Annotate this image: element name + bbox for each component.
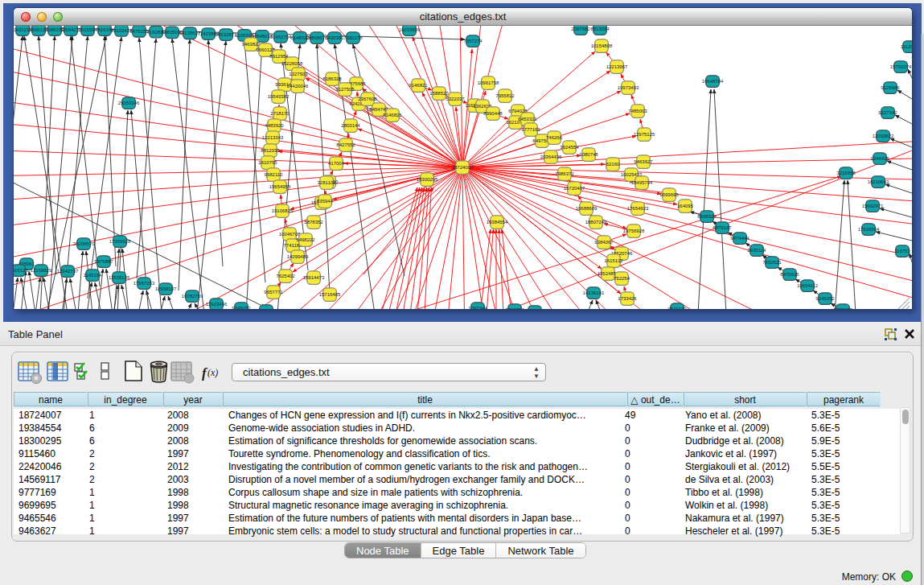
svg-text:1615132: 1615132 <box>604 258 623 263</box>
svg-text:24420046: 24420046 <box>287 84 309 89</box>
svg-text:7632621: 7632621 <box>762 260 782 265</box>
svg-text:1145194: 1145194 <box>84 273 103 278</box>
svg-text:9474444: 9474444 <box>730 236 749 241</box>
svg-text:6453321: 6453321 <box>518 117 537 122</box>
svg-text:7986372: 7986372 <box>555 171 574 176</box>
svg-text:8186328: 8186328 <box>322 76 342 81</box>
svg-text:9129966: 9129966 <box>881 85 900 90</box>
svg-text:5878352: 5878352 <box>304 220 323 225</box>
svg-text:9982110: 9982110 <box>265 172 284 177</box>
svg-text:9699695: 9699695 <box>659 192 679 197</box>
svg-text:19106825: 19106825 <box>272 208 294 213</box>
svg-text:10654112: 10654112 <box>797 283 819 288</box>
svg-text:16914473: 16914473 <box>303 275 325 280</box>
svg-text:9384067: 9384067 <box>594 240 614 245</box>
svg-text:2087682: 2087682 <box>571 27 590 31</box>
svg-text:10961758: 10961758 <box>478 80 499 85</box>
svg-text:8990448: 8990448 <box>483 111 503 116</box>
svg-text:1092344: 1092344 <box>468 306 487 309</box>
svg-text:7182278: 7182278 <box>343 35 363 40</box>
svg-text:17957253: 17957253 <box>133 281 155 286</box>
svg-text:3281100: 3281100 <box>318 180 337 185</box>
svg-text:17654923: 17654923 <box>627 206 649 211</box>
svg-text:3215958: 3215958 <box>836 171 856 175</box>
svg-text:9146821: 9146821 <box>409 83 428 88</box>
svg-text:8470626: 8470626 <box>780 272 799 277</box>
svg-text:15720407: 15720407 <box>564 186 585 191</box>
svg-text:10688609: 10688609 <box>576 206 598 211</box>
svg-text:10543382: 10543382 <box>268 94 290 99</box>
svg-text:9227342: 9227342 <box>878 110 897 115</box>
svg-text:1080748: 1080748 <box>579 152 598 157</box>
svg-text:18807249: 18807249 <box>585 220 607 225</box>
svg-text:18495794: 18495794 <box>631 180 653 185</box>
svg-text:18300295: 18300295 <box>417 177 438 182</box>
svg-text:2803144: 2803144 <box>341 123 360 128</box>
svg-text:9146821: 9146821 <box>383 113 402 117</box>
svg-text:1044310: 1044310 <box>257 308 276 309</box>
svg-text:29053346: 29053346 <box>118 101 140 105</box>
svg-text:14136141: 14136141 <box>583 290 605 295</box>
svg-text:18724007: 18724007 <box>452 165 474 170</box>
svg-text:9777169: 9777169 <box>521 127 540 132</box>
svg-text:10154808: 10154808 <box>591 43 613 48</box>
svg-text:535944: 535944 <box>317 199 334 204</box>
svg-text:752254: 752254 <box>614 276 630 281</box>
svg-text:20206570: 20206570 <box>73 241 95 246</box>
svg-text:2367608: 2367608 <box>358 97 377 101</box>
svg-text:6879197: 6879197 <box>713 225 732 230</box>
svg-text:1244415: 1244415 <box>870 156 889 161</box>
svg-text:17359928: 17359928 <box>109 239 131 244</box>
svg-text:7955812: 7955812 <box>495 93 515 98</box>
svg-text:(x): (x) <box>207 367 218 378</box>
svg-text:12156829: 12156829 <box>31 268 52 273</box>
svg-text:2935114: 2935114 <box>748 248 767 253</box>
svg-text:164095: 164095 <box>677 204 694 208</box>
svg-text:7463822: 7463822 <box>241 42 261 47</box>
svg-text:1733426: 1733426 <box>618 296 637 301</box>
svg-text:1112063: 1112063 <box>901 44 912 49</box>
svg-text:19384554: 19384554 <box>487 220 508 225</box>
svg-text:10046708: 10046708 <box>279 232 301 237</box>
svg-text:17916504: 17916504 <box>858 227 880 232</box>
svg-text:5498222: 5498222 <box>296 237 315 242</box>
svg-text:15751074: 15751074 <box>890 64 912 69</box>
svg-text:9657771: 9657771 <box>264 290 283 295</box>
svg-text:10958107: 10958107 <box>155 286 177 291</box>
svg-text:62160: 62160 <box>606 162 620 167</box>
svg-text:9850137: 9850137 <box>833 307 852 309</box>
svg-text:8813054: 8813054 <box>590 27 610 31</box>
svg-text:9463627: 9463627 <box>634 159 653 164</box>
svg-text:116753: 116753 <box>894 249 910 253</box>
svg-text:19756928: 19756928 <box>623 229 645 233</box>
svg-text:12213967: 12213967 <box>606 64 628 69</box>
svg-text:3915123: 3915123 <box>14 268 28 273</box>
svg-text:12975125: 12975125 <box>634 132 655 137</box>
svg-text:19654955: 19654955 <box>269 184 291 189</box>
svg-text:12093822: 12093822 <box>873 134 894 138</box>
svg-text:12923446: 12923446 <box>206 302 228 307</box>
svg-text:9245052: 9245052 <box>232 306 251 309</box>
svg-text:8812764: 8812764 <box>505 307 524 309</box>
svg-text:8427552: 8427552 <box>336 142 355 147</box>
svg-text:9127505: 9127505 <box>335 87 355 92</box>
svg-text:16648784: 16648784 <box>702 79 724 84</box>
svg-text:1588520: 1588520 <box>429 91 449 96</box>
svg-text:4483920: 4483920 <box>265 123 284 128</box>
svg-text:12942737: 12942737 <box>57 269 79 274</box>
svg-text:5430391: 5430391 <box>325 35 344 40</box>
svg-text:96532871: 96532871 <box>216 32 237 37</box>
svg-text:2718170: 2718170 <box>270 111 290 116</box>
svg-text:7625402: 7625402 <box>276 274 295 278</box>
svg-text:20364436: 20364436 <box>540 154 562 159</box>
svg-text:9571120: 9571120 <box>668 307 688 309</box>
svg-text:7357274: 7357274 <box>463 39 483 43</box>
svg-text:3624554: 3624554 <box>560 145 579 150</box>
svg-text:15716485: 15716485 <box>319 292 341 297</box>
svg-text:8812030: 8812030 <box>261 148 280 153</box>
svg-text:1327503: 1327503 <box>289 72 308 76</box>
svg-text:9975887: 9975887 <box>94 259 113 264</box>
svg-text:16782759: 16782759 <box>182 294 203 299</box>
svg-text:16033809: 16033809 <box>399 27 421 32</box>
svg-text:16210643: 16210643 <box>868 179 889 184</box>
